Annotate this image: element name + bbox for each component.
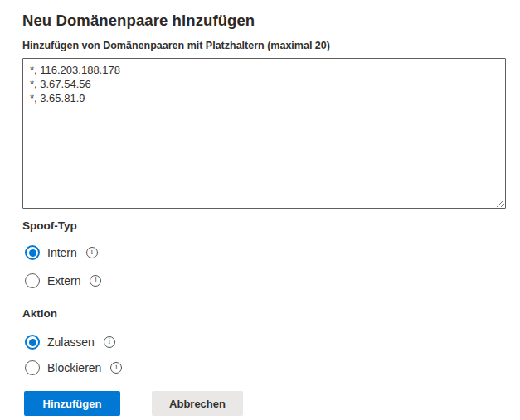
button-row: Hinzufügen Abbrechen bbox=[24, 391, 506, 416]
radio-option-blockieren[interactable]: Blockieren i bbox=[25, 360, 506, 375]
add-domain-pairs-panel: Neu Domänenpaare hinzufügen Hinzufügen v… bbox=[0, 0, 520, 416]
radio-button-zulassen[interactable] bbox=[25, 335, 40, 350]
domain-pairs-label: Hinzufügen von Domänenpaaren mit Platzha… bbox=[22, 40, 506, 52]
radio-label-blockieren[interactable]: Blockieren bbox=[47, 360, 101, 375]
radio-button-intern[interactable] bbox=[25, 245, 40, 260]
radio-button-blockieren[interactable] bbox=[25, 360, 40, 375]
radio-label-extern[interactable]: Extern bbox=[47, 273, 80, 288]
action-group-label: Aktion bbox=[22, 307, 506, 321]
info-icon[interactable]: i bbox=[104, 336, 115, 348]
submit-button[interactable]: Hinzufügen bbox=[24, 391, 120, 416]
radio-option-extern[interactable]: Extern i bbox=[25, 273, 506, 288]
radio-label-intern[interactable]: Intern bbox=[47, 245, 77, 260]
spoof-type-group-label: Spoof-Typ bbox=[22, 220, 506, 233]
page-title: Neu Domänenpaare hinzufügen bbox=[22, 11, 506, 30]
info-icon[interactable]: i bbox=[86, 247, 98, 258]
radio-label-zulassen[interactable]: Zulassen bbox=[47, 335, 95, 350]
info-icon[interactable]: i bbox=[110, 362, 122, 374]
domain-pairs-textarea[interactable]: *, 116.203.188.178 *, 3.67.54.56 *, 3.65… bbox=[22, 58, 506, 209]
info-icon[interactable]: i bbox=[90, 275, 101, 287]
radio-option-zulassen[interactable]: Zulassen i bbox=[25, 335, 506, 350]
domain-pairs-input-wrap: *, 116.203.188.178 *, 3.67.54.56 *, 3.65… bbox=[22, 58, 506, 209]
radio-option-intern[interactable]: Intern i bbox=[25, 245, 506, 260]
radio-button-extern[interactable] bbox=[25, 273, 40, 288]
cancel-button[interactable]: Abbrechen bbox=[152, 391, 243, 416]
